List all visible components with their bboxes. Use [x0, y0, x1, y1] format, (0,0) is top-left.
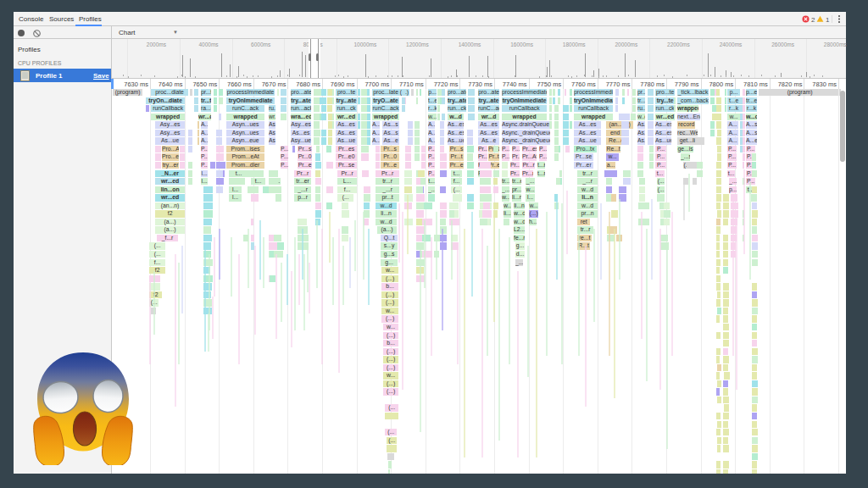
svg-text:2: 2 [811, 16, 815, 24]
svg-text:1: 1 [826, 16, 830, 24]
